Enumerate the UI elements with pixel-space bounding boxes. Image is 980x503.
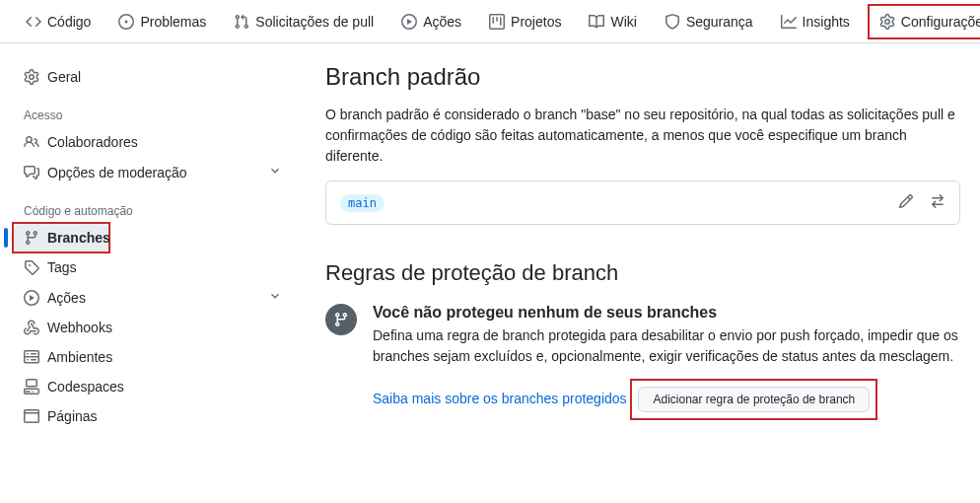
sidebar-item-general[interactable]: Geral [14, 63, 292, 91]
tab-issues[interactable]: Problemas [108, 6, 216, 37]
webhook-icon [24, 320, 39, 335]
sidebar-item-pages[interactable]: Páginas [14, 402, 292, 430]
protection-description: Defina uma regra de branch protegida par… [373, 325, 960, 367]
book-icon [589, 14, 604, 30]
tab-pulls-label: Solicitações de pull [255, 14, 374, 30]
sidebar-item-moderation[interactable]: Opções de moderação [14, 158, 292, 186]
tab-code-label: Código [47, 14, 91, 30]
default-branch-description: O branch padrão é considerado o branch "… [325, 105, 960, 167]
chevron-down-icon [268, 289, 282, 306]
shield-icon [665, 14, 680, 30]
tab-projects-label: Projetos [511, 14, 561, 30]
tab-actions-label: Ações [423, 14, 461, 30]
tab-security-label: Segurança [686, 14, 753, 30]
tab-projects[interactable]: Projetos [479, 6, 571, 37]
tab-insights[interactable]: Insights [771, 6, 860, 37]
repo-topnav: Código Problemas Solicitações de pull Aç… [0, 0, 980, 43]
graph-icon [781, 14, 797, 30]
branch-name-pill: main [340, 194, 385, 212]
switch-branch-button[interactable] [930, 193, 945, 212]
sidebar-item-label: Geral [47, 69, 81, 85]
git-branch-icon [325, 304, 357, 335]
sidebar-item-label: Colaboradores [47, 134, 138, 150]
sidebar-section-access: Acesso [24, 108, 292, 122]
browser-icon [24, 408, 39, 424]
protection-rules-heading: Regras de proteção de branch [325, 260, 960, 286]
codespaces-icon [24, 379, 39, 395]
sidebar-item-actions[interactable]: Ações [14, 283, 292, 312]
tab-wiki[interactable]: Wiki [579, 6, 646, 37]
sidebar-item-webhooks[interactable]: Webhooks [14, 314, 292, 341]
sidebar-item-codespaces[interactable]: Codespaces [14, 373, 292, 400]
code-icon [26, 14, 41, 30]
server-icon [24, 349, 39, 365]
sidebar-item-label: Tags [47, 259, 77, 275]
play-icon [401, 14, 417, 30]
default-branch-heading: Branch padrão [325, 63, 960, 91]
main-content: Branch padrão O branch padrão é consider… [306, 43, 980, 503]
protection-empty-state: Você não protegeu nenhum de seus branche… [325, 304, 960, 420]
tab-settings-label: Configurações [901, 14, 980, 30]
tab-security[interactable]: Segurança [655, 6, 763, 37]
play-icon [24, 290, 39, 306]
chevron-down-icon [268, 164, 282, 180]
gear-icon [879, 14, 895, 30]
tab-pulls[interactable]: Solicitações de pull [224, 6, 384, 37]
tab-code[interactable]: Código [16, 6, 101, 37]
sidebar-item-tags[interactable]: Tags [14, 253, 292, 281]
arrow-switch-icon [930, 193, 945, 209]
gear-icon [24, 69, 39, 85]
git-branch-icon [24, 230, 39, 246]
sidebar-item-label: Opções de moderação [47, 165, 187, 180]
add-protection-rule-button[interactable]: Adicionar regra de proteção de branch [638, 387, 870, 412]
projects-icon [489, 14, 505, 30]
sidebar-item-label: Branches [47, 230, 110, 246]
sidebar-item-collaborators[interactable]: Colaboradores [14, 128, 292, 156]
rename-branch-button[interactable] [898, 193, 914, 212]
tab-issues-label: Problemas [140, 14, 206, 30]
tab-wiki-label: Wiki [610, 14, 636, 30]
sidebar-item-environments[interactable]: Ambientes [14, 343, 292, 371]
tab-insights-label: Insights [803, 14, 850, 30]
sidebar-item-label: Webhooks [47, 320, 112, 335]
sidebar-item-label: Ambientes [47, 349, 112, 365]
tag-icon [24, 259, 39, 275]
sidebar-item-branches[interactable]: Branches [14, 224, 108, 252]
tab-settings[interactable]: Configurações [868, 4, 980, 39]
sidebar-item-label: Páginas [47, 408, 98, 424]
pencil-icon [898, 193, 914, 209]
default-branch-box: main [325, 180, 960, 225]
sidebar-section-code: Código e automação [24, 204, 292, 218]
pull-request-icon [234, 14, 249, 30]
sidebar-item-label: Codespaces [47, 379, 124, 395]
comment-discussion-icon [24, 165, 39, 180]
sidebar-item-label: Ações [47, 290, 86, 306]
issue-icon [118, 14, 134, 30]
protection-learn-more-link[interactable]: Saiba mais sobre os branches protegidos [373, 391, 627, 406]
settings-sidebar: Geral Acesso Colaboradores Opções de mod… [0, 43, 306, 503]
tab-actions[interactable]: Ações [391, 6, 471, 37]
people-icon [24, 134, 39, 150]
protection-title: Você não protegeu nenhum de seus branche… [373, 304, 960, 322]
